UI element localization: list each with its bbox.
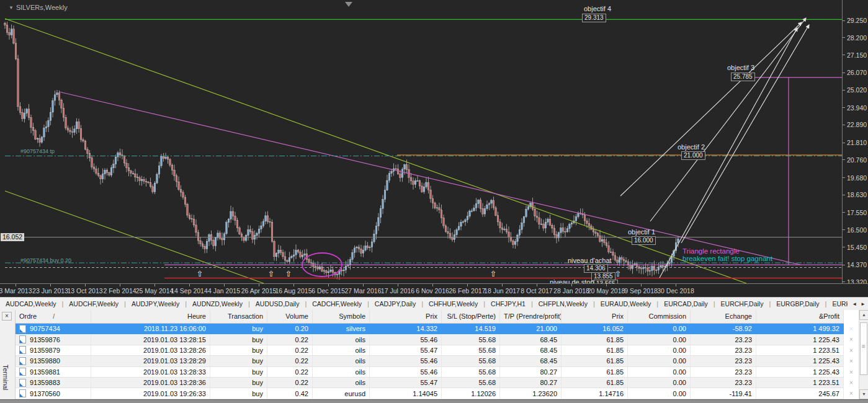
price-tick-mark (843, 90, 845, 91)
column-header-4[interactable]: Symbole (313, 310, 370, 323)
column-header-ordre[interactable]: Ordre/ (16, 310, 91, 323)
order-cell: 16.052 (562, 324, 628, 334)
order-cell: 0.00 (628, 378, 691, 388)
terminal-sidebar: × Terminal (0, 310, 16, 399)
price-tick-label: 19.680 (847, 174, 867, 182)
order-cell: 23.23 (691, 378, 756, 388)
chart-tab[interactable]: EURGBP,Daily (771, 300, 825, 308)
order-cell: 2019.01.03 19:26:33 (91, 388, 210, 399)
order-row[interactable]: 913705602019.01.03 19:26:33buy0.42eurusd… (16, 388, 844, 399)
order-cell: buy (210, 378, 267, 388)
order-cell: 245.67 (756, 388, 844, 399)
column-header-10[interactable]: Echange (691, 310, 756, 323)
date-tick-mark (606, 284, 607, 286)
chart-tabbar: AUDCAD,Weekly|AUDCHF,Weekly|AUDJPY,Weekl… (0, 297, 868, 310)
terminal-vertical-tab[interactable]: Terminal (2, 365, 9, 391)
order-cell: 55.46 (370, 334, 442, 345)
price-tick-label: 18.630 (847, 191, 867, 198)
column-header-8[interactable]: Prix (562, 310, 628, 323)
scrollbar-thumb[interactable] (860, 322, 867, 375)
order-cell: 2019.01.03 13:28:29 (91, 356, 210, 366)
chart-tab[interactable]: EURCAD,Daily (658, 300, 714, 308)
chart-tab[interactable]: AUDCAD,Weekly (0, 300, 62, 308)
price-axis[interactable]: 29.25028.20027.15026.07025.02023.94022.8… (842, 0, 868, 283)
chart-tab[interactable]: EURAUD,Weekly (595, 300, 657, 308)
chart-shift-icon[interactable] (345, 2, 352, 7)
price-tick-mark (843, 212, 845, 213)
order-cell: 0.22 (267, 378, 313, 388)
order-row[interactable]: 913598792019.01.03 13:28:26buy0.22oils55… (16, 345, 844, 356)
chart-tab[interactable]: AUDCHF,Weekly (63, 300, 124, 308)
date-tick-mark (676, 284, 676, 286)
column-header-6[interactable]: S/L (Stop/Perte) (442, 310, 500, 323)
terminal-close-icon[interactable]: × (2, 312, 12, 321)
price-tick-label: 15.450 (847, 244, 867, 251)
chart-tab[interactable]: CADCHF,Weekly (306, 300, 367, 308)
order-cell: 90757434 (16, 324, 91, 334)
order-cell: 2019.01.03 13:28:33 (91, 367, 210, 378)
date-axis[interactable]: 3 Mar 201323 Jun 201313 Oct 20132 Feb 20… (0, 283, 868, 297)
order-cell: 68.45 (500, 345, 562, 356)
projection-line (650, 18, 806, 221)
terminal-scrollbar[interactable]: ▲ ▼ (859, 310, 868, 399)
order-doc-icon (19, 379, 26, 387)
date-tick-mark (571, 284, 572, 286)
close-order-icon[interactable]: × (844, 367, 859, 378)
close-order-icon[interactable]: × (844, 356, 859, 366)
price-chart[interactable]: ⇧⇧⇧⇧⇧ (0, 0, 868, 283)
close-order-icon[interactable]: × (844, 324, 859, 334)
chart-tab[interactable]: EURHUF,Weekly (826, 300, 848, 308)
column-header-5[interactable]: Prix (370, 310, 442, 323)
column-header-3[interactable]: Volume (267, 310, 313, 323)
chart-menu-icon[interactable]: ▼ (9, 5, 14, 11)
order-cell: 91370560 (16, 388, 91, 399)
order-cell: oils (313, 367, 370, 378)
chart-tab[interactable]: AUDNZD,Weekly (187, 300, 248, 308)
chart-title[interactable]: ▼SILVERs,Weekly (9, 4, 68, 11)
order-cell: 0.20 (267, 324, 313, 334)
close-order-icon[interactable]: × (844, 388, 859, 399)
chart-tab[interactable]: CHFJPY,H1 (485, 300, 531, 308)
column-header-1[interactable]: Heure (91, 310, 210, 323)
tabs-scroll-left-icon[interactable]: ◄ (852, 301, 857, 307)
date-tick-label: 26 Apr 2015 (241, 287, 277, 294)
column-header-2[interactable]: Transaction (210, 310, 267, 323)
order-row[interactable]: 913598802019.01.03 13:28:29buy0.22oils55… (16, 356, 844, 366)
price-tick-label: 21.810 (847, 139, 867, 146)
close-order-icon[interactable]: × (844, 334, 859, 345)
date-tick-label: 23 Jun 2013 (32, 287, 68, 294)
column-header-11[interactable]: &Profit (756, 310, 844, 323)
chart-tab[interactable]: AUDJPY,Weekly (126, 300, 185, 308)
order-row[interactable]: 913598832019.01.03 13:28:36buy0.22oils55… (16, 378, 844, 388)
chart-tab[interactable]: EURCHF,Daily (715, 300, 769, 308)
date-tick-label: 25 May 2014 (136, 287, 174, 294)
column-header-9[interactable]: Commission (628, 310, 691, 323)
close-order-icon[interactable]: × (844, 345, 859, 356)
order-cell: 55.46 (370, 367, 442, 378)
chart-tab[interactable]: AUDUSD,Daily (250, 300, 305, 308)
close-order-icon[interactable]: × (844, 378, 859, 388)
objectif3-label: objectif 3 (727, 64, 754, 71)
chart-tab[interactable]: CADJPY,Daily (369, 300, 421, 308)
chart-tab[interactable]: CHFPLN,Weekly (533, 300, 593, 308)
scroll-up-icon[interactable]: ▲ (859, 310, 868, 320)
order-cell: oils (313, 356, 370, 366)
order-row[interactable]: 913598762019.01.03 13:28:15buy0.22oils55… (16, 334, 844, 345)
chart-area[interactable]: ⇧⇧⇧⇧⇧ ▼SILVERs,Weekly objectif 4 29.313 … (0, 0, 868, 283)
date-tick-label: 9 Sep 2018 (624, 287, 658, 294)
chart-tab[interactable]: CHFHUF,Weekly (423, 300, 483, 308)
order-row[interactable]: 913598812019.01.03 13:28:33buy0.22oils55… (16, 367, 844, 378)
current-price-box: 16.052 (1, 233, 24, 241)
column-header-7[interactable]: T/P (Prendre/profit) (500, 310, 562, 323)
tabs-scroll-right-icon[interactable]: ► (861, 301, 866, 307)
order-cell: 0.00 (628, 356, 691, 366)
order-row[interactable]: 907574342018.11.23 16:06:00buy0.20silver… (16, 324, 844, 334)
order-id: 91370560 (30, 390, 60, 397)
order-cell: 55.46 (370, 356, 442, 366)
order-cell: buy (210, 334, 267, 345)
date-tick-mark (398, 284, 398, 286)
order-cell: 1 225.43 (756, 367, 844, 378)
price-tick-mark (843, 195, 845, 195)
scroll-down-icon[interactable]: ▼ (859, 389, 868, 399)
order-cell: buy (210, 345, 267, 356)
